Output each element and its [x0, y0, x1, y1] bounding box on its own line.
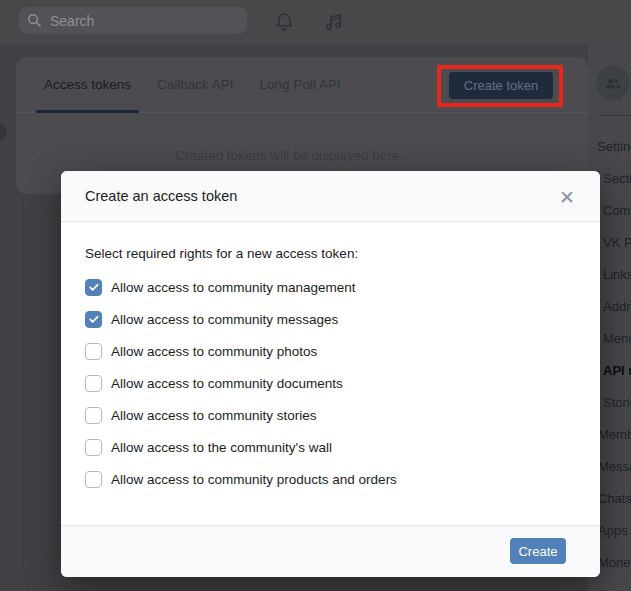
left-nav-remnant-circle	[0, 124, 7, 140]
close-icon[interactable]: ✕	[554, 184, 580, 210]
checkbox-unchecked-icon[interactable]	[85, 375, 102, 392]
right-row[interactable]: Allow access to community documents	[85, 367, 576, 399]
tab-callback-api[interactable]: Callback API	[151, 57, 240, 113]
right-label: Allow access to community documents	[111, 376, 343, 391]
right-label: Allow access to community photos	[111, 344, 317, 359]
tab-access-tokens[interactable]: Access tokens	[38, 57, 137, 113]
right-label: Allow access to community messages	[111, 312, 338, 327]
right-label: Allow access to community management	[111, 280, 356, 295]
search-icon	[27, 13, 42, 28]
right-row[interactable]: Allow access to the community's wall	[85, 431, 576, 463]
checkbox-unchecked-icon[interactable]	[85, 471, 102, 488]
empty-state-text: Created tokens will be displayed here.	[16, 148, 562, 163]
right-label: Allow access to community stories	[111, 408, 317, 423]
top-navigation-bar	[0, 0, 631, 44]
sidebar-item-action-log[interactable]: Action log	[588, 578, 631, 591]
create-submit-button[interactable]: Create	[510, 538, 566, 564]
search-box[interactable]	[19, 7, 247, 34]
checkbox-unchecked-icon[interactable]	[85, 343, 102, 360]
checkbox-unchecked-icon[interactable]	[85, 407, 102, 424]
people-icon	[603, 73, 623, 93]
modal-description: Select required rights for a new access …	[85, 246, 358, 261]
right-row[interactable]: Allow access to community stories	[85, 399, 576, 431]
right-label: Allow access to community products and o…	[111, 472, 397, 487]
right-row[interactable]: Allow access to community photos	[85, 335, 576, 367]
app-window: Access tokensCallback APILong Poll API C…	[0, 0, 631, 591]
checkbox-checked-icon[interactable]	[85, 279, 102, 296]
checkbox-unchecked-icon[interactable]	[85, 439, 102, 456]
right-row[interactable]: Allow access to community management	[85, 271, 576, 303]
modal-title: Create an access token	[85, 188, 237, 204]
create-token-button[interactable]: Create token	[449, 72, 553, 99]
right-row[interactable]: Allow access to community messages	[85, 303, 576, 335]
sidebar-item-settings[interactable]: Settings	[588, 130, 631, 162]
search-input[interactable]	[50, 13, 239, 29]
rights-checkbox-list: Allow access to community managementAllo…	[85, 271, 576, 495]
sidebar-divider	[597, 115, 631, 116]
modal-footer: Create	[61, 525, 600, 577]
checkbox-checked-icon[interactable]	[85, 311, 102, 328]
notifications-bell-icon[interactable]	[273, 10, 296, 33]
right-row[interactable]: Allow access to community products and o…	[85, 463, 576, 495]
music-icon[interactable]	[322, 10, 345, 33]
tab-long-poll-api[interactable]: Long Poll API	[254, 57, 347, 113]
right-label: Allow access to the community's wall	[111, 440, 332, 455]
create-token-modal: Create an access token ✕ Select required…	[61, 171, 600, 577]
modal-header: Create an access token ✕	[61, 171, 600, 222]
community-avatar[interactable]	[596, 66, 630, 100]
